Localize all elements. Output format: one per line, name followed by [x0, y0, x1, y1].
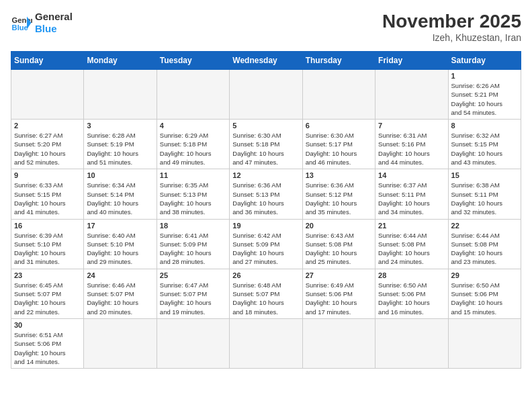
day-number: 27 [306, 271, 372, 279]
day-info: Sunrise: 6:36 AM Sunset: 5:13 PM Dayligh… [232, 181, 299, 216]
calendar-cell: 25Sunrise: 6:47 AM Sunset: 5:07 PM Dayli… [157, 269, 229, 318]
day-info: Sunrise: 6:38 AM Sunset: 5:11 PM Dayligh… [451, 181, 518, 216]
day-header-sunday: Sunday [11, 52, 84, 70]
calendar-cell [230, 318, 302, 368]
calendar-cell: 22Sunrise: 6:44 AM Sunset: 5:08 PM Dayli… [448, 219, 521, 269]
day-info: Sunrise: 6:26 AM Sunset: 5:21 PM Dayligh… [451, 81, 518, 117]
day-info: Sunrise: 6:51 AM Sunset: 5:06 PM Dayligh… [14, 330, 81, 366]
calendar-cell [448, 318, 521, 368]
calendar-cell: 15Sunrise: 6:38 AM Sunset: 5:11 PM Dayli… [448, 169, 521, 219]
calendar-cell: 10Sunrise: 6:34 AM Sunset: 5:14 PM Dayli… [84, 169, 157, 219]
calendar-cell: 2Sunrise: 6:27 AM Sunset: 5:20 PM Daylig… [11, 120, 84, 169]
calendar-cell: 9Sunrise: 6:33 AM Sunset: 5:15 PM Daylig… [11, 169, 84, 219]
calendar-body: 1Sunrise: 6:26 AM Sunset: 5:21 PM Daylig… [11, 70, 521, 369]
week-row-4: 16Sunrise: 6:39 AM Sunset: 5:10 PM Dayli… [11, 219, 521, 269]
calendar-cell: 30Sunrise: 6:51 AM Sunset: 5:06 PM Dayli… [11, 318, 84, 368]
day-number: 3 [87, 122, 153, 130]
day-info: Sunrise: 6:49 AM Sunset: 5:06 PM Dayligh… [306, 281, 372, 316]
day-info: Sunrise: 6:33 AM Sunset: 5:15 PM Dayligh… [14, 181, 81, 216]
day-info: Sunrise: 6:50 AM Sunset: 5:06 PM Dayligh… [451, 281, 518, 316]
day-info: Sunrise: 6:50 AM Sunset: 5:06 PM Dayligh… [378, 281, 445, 316]
calendar-cell: 12Sunrise: 6:36 AM Sunset: 5:13 PM Dayli… [230, 169, 302, 219]
calendar-cell: 5Sunrise: 6:30 AM Sunset: 5:18 PM Daylig… [230, 120, 302, 169]
calendar-cell [302, 70, 375, 120]
calendar-cell: 3Sunrise: 6:28 AM Sunset: 5:19 PM Daylig… [84, 120, 157, 169]
calendar-cell: 27Sunrise: 6:49 AM Sunset: 5:06 PM Dayli… [302, 269, 375, 318]
day-header-tuesday: Tuesday [157, 52, 229, 70]
day-info: Sunrise: 6:35 AM Sunset: 5:13 PM Dayligh… [160, 181, 226, 216]
week-row-5: 23Sunrise: 6:45 AM Sunset: 5:07 PM Dayli… [11, 269, 521, 318]
title-area: November 2025 Izeh, Khuzestan, Iran [382, 11, 521, 43]
calendar-header: SundayMondayTuesdayWednesdayThursdayFrid… [11, 52, 521, 70]
location-subtitle: Izeh, Khuzestan, Iran [382, 32, 521, 43]
day-number: 11 [160, 171, 226, 179]
day-number: 20 [306, 222, 372, 230]
day-header-friday: Friday [375, 52, 448, 70]
logo-general-text: General [35, 11, 73, 23]
header-row: SundayMondayTuesdayWednesdayThursdayFrid… [11, 52, 521, 70]
day-number: 28 [378, 271, 445, 279]
calendar-cell: 26Sunrise: 6:48 AM Sunset: 5:07 PM Dayli… [230, 269, 302, 318]
logo: General Blue General Blue [11, 11, 73, 35]
day-info: Sunrise: 6:30 AM Sunset: 5:18 PM Dayligh… [232, 131, 299, 167]
day-info: Sunrise: 6:42 AM Sunset: 5:09 PM Dayligh… [232, 231, 299, 267]
week-row-6: 30Sunrise: 6:51 AM Sunset: 5:06 PM Dayli… [11, 318, 521, 368]
calendar-cell: 6Sunrise: 6:30 AM Sunset: 5:17 PM Daylig… [302, 120, 375, 169]
calendar-cell: 13Sunrise: 6:36 AM Sunset: 5:12 PM Dayli… [302, 169, 375, 219]
calendar-table: SundayMondayTuesdayWednesdayThursdayFrid… [11, 51, 521, 369]
month-year-title: November 2025 [382, 11, 521, 32]
day-number: 6 [306, 122, 372, 130]
calendar-cell: 18Sunrise: 6:41 AM Sunset: 5:09 PM Dayli… [157, 219, 229, 269]
day-info: Sunrise: 6:32 AM Sunset: 5:15 PM Dayligh… [451, 131, 518, 167]
day-number: 21 [378, 222, 445, 230]
calendar-cell: 16Sunrise: 6:39 AM Sunset: 5:10 PM Dayli… [11, 219, 84, 269]
day-number: 2 [14, 122, 81, 130]
day-number: 25 [160, 271, 226, 279]
calendar-cell: 23Sunrise: 6:45 AM Sunset: 5:07 PM Dayli… [11, 269, 84, 318]
day-number: 14 [378, 171, 445, 179]
day-info: Sunrise: 6:44 AM Sunset: 5:08 PM Dayligh… [378, 231, 445, 267]
day-number: 26 [232, 271, 299, 279]
calendar-cell [375, 318, 448, 368]
day-number: 30 [14, 321, 81, 329]
day-number: 10 [87, 171, 153, 179]
calendar-cell: 11Sunrise: 6:35 AM Sunset: 5:13 PM Dayli… [157, 169, 229, 219]
calendar-cell: 29Sunrise: 6:50 AM Sunset: 5:06 PM Dayli… [448, 269, 521, 318]
calendar-cell: 7Sunrise: 6:31 AM Sunset: 5:16 PM Daylig… [375, 120, 448, 169]
day-info: Sunrise: 6:44 AM Sunset: 5:08 PM Dayligh… [451, 231, 518, 267]
logo-icon: General Blue [11, 12, 32, 34]
calendar-cell: 20Sunrise: 6:43 AM Sunset: 5:08 PM Dayli… [302, 219, 375, 269]
day-number: 24 [87, 271, 153, 279]
calendar-cell: 28Sunrise: 6:50 AM Sunset: 5:06 PM Dayli… [375, 269, 448, 318]
calendar-cell [157, 70, 229, 120]
day-info: Sunrise: 6:46 AM Sunset: 5:07 PM Dayligh… [87, 281, 153, 316]
day-info: Sunrise: 6:45 AM Sunset: 5:07 PM Dayligh… [14, 281, 81, 316]
day-info: Sunrise: 6:40 AM Sunset: 5:10 PM Dayligh… [87, 231, 153, 267]
day-number: 19 [232, 222, 299, 230]
day-info: Sunrise: 6:36 AM Sunset: 5:12 PM Dayligh… [306, 181, 372, 216]
week-row-1: 1Sunrise: 6:26 AM Sunset: 5:21 PM Daylig… [11, 70, 521, 120]
day-number: 12 [232, 171, 299, 179]
day-info: Sunrise: 6:28 AM Sunset: 5:19 PM Dayligh… [87, 131, 153, 167]
day-number: 5 [232, 122, 299, 130]
day-number: 17 [87, 222, 153, 230]
calendar-cell: 21Sunrise: 6:44 AM Sunset: 5:08 PM Dayli… [375, 219, 448, 269]
day-header-wednesday: Wednesday [230, 52, 302, 70]
calendar-cell: 17Sunrise: 6:40 AM Sunset: 5:10 PM Dayli… [84, 219, 157, 269]
page-header: General Blue General Blue November 2025 … [11, 11, 521, 43]
calendar-cell [11, 70, 84, 120]
calendar-cell: 19Sunrise: 6:42 AM Sunset: 5:09 PM Dayli… [230, 219, 302, 269]
calendar-cell: 1Sunrise: 6:26 AM Sunset: 5:21 PM Daylig… [448, 70, 521, 120]
day-number: 9 [14, 171, 81, 179]
day-info: Sunrise: 6:47 AM Sunset: 5:07 PM Dayligh… [160, 281, 226, 316]
day-number: 15 [451, 171, 518, 179]
day-info: Sunrise: 6:43 AM Sunset: 5:08 PM Dayligh… [306, 231, 372, 267]
day-header-monday: Monday [84, 52, 157, 70]
day-header-saturday: Saturday [448, 52, 521, 70]
calendar-cell: 4Sunrise: 6:29 AM Sunset: 5:18 PM Daylig… [157, 120, 229, 169]
day-header-thursday: Thursday [302, 52, 375, 70]
day-info: Sunrise: 6:27 AM Sunset: 5:20 PM Dayligh… [14, 131, 81, 167]
day-number: 13 [306, 171, 372, 179]
day-number: 1 [451, 72, 518, 80]
logo-blue-text: Blue [35, 23, 73, 35]
